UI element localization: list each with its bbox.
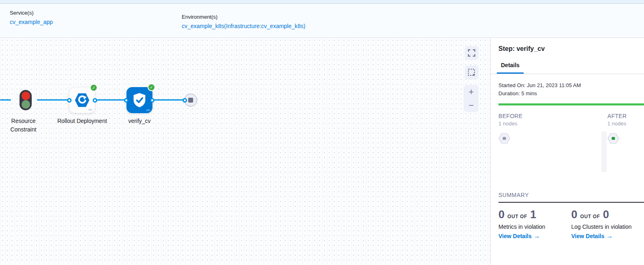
panel-body: Started On: Jun 21, 2023 11:05 AM Durati… [491,81,644,98]
after-column: AFTER 1 nodes [607,113,627,145]
stop-icon [188,98,193,103]
environments-label: Environment(s) [182,13,305,21]
node-label-rollout-deployment: Rollout Deployment [56,117,109,125]
zoom-out-button[interactable]: − [469,101,474,110]
main-area: Resource Constraint ✓ </> Rollout Deploy… [0,38,644,265]
arrow-right-icon: → [533,233,540,239]
environment-link[interactable]: cv_example_k8s(Infrastructure:cv_example… [182,22,305,31]
before-node-hexagon-icon[interactable] [498,133,522,145]
before-label: BEFORE [498,113,522,119]
before-after-divider[interactable] [601,131,607,172]
zoom-in-button[interactable]: + [469,88,474,96]
port-rollout-in[interactable] [67,98,72,103]
summary-divider [498,202,644,203]
before-after-comparison: BEFORE 1 nodes AFTER 1 nodes [498,113,644,191]
environments-block: Environment(s) cv_example_k8s(Infrastruc… [182,13,305,31]
after-node-hexagon-icon[interactable] [607,133,627,145]
after-label: AFTER [607,113,627,119]
arrow-right-icon: → [606,233,613,239]
metrics-total-value: 1 [530,209,536,220]
duration-text: Duration: 5 mins [498,90,644,98]
fullscreen-button[interactable] [465,46,479,60]
rollout-deployment-node[interactable]: ✓ </> [69,87,95,113]
step-panel-title: Step: verify_cv [498,45,644,53]
port-rollout-out[interactable] [93,98,97,103]
success-badge-icon: ✓ [90,84,98,92]
logs-total-value: 0 [603,209,609,220]
port-verify-in[interactable] [124,98,128,103]
code-icon: </> [146,108,150,112]
logs-violation-value: 0 [571,209,577,220]
logs-out-of-label: OUT OF [580,214,600,219]
success-badge-icon: ✓ [148,83,155,91]
verify-cv-node[interactable]: ✓ </> [126,87,152,113]
zoom-controls: + − [464,85,479,112]
resource-constraint-node[interactable] [20,90,32,110]
edge-verify-to-end [152,99,185,101]
summary-label: SUMMARY [498,192,644,198]
pipeline-canvas[interactable]: Resource Constraint ✓ </> Rollout Deploy… [0,38,490,265]
panel-tab-bar: Details [491,61,644,74]
metrics-violation-value: 0 [498,209,505,220]
shield-check-icon [131,92,148,108]
port-end-in[interactable] [183,98,187,103]
traffic-light-green-icon [22,100,30,109]
node-label-resource-constraint: Resource Constraint [0,117,47,134]
edge-incoming [0,99,11,101]
code-icon: </> [88,108,92,112]
metrics-out-of-label: OUT OF [507,214,527,219]
logs-view-details-link[interactable]: View Details → [571,233,644,239]
k8s-rollout-icon [74,92,90,108]
metrics-view-details-link[interactable]: View Details → [498,233,571,239]
port-verify-out[interactable] [150,98,154,103]
log-clusters-violation-stat: 0 OUT OF 0 Log Clusters in violation Vie… [571,209,644,239]
step-details-panel: Step: verify_cv Details Started On: Jun … [490,38,644,265]
edge-rollout-to-verify [95,99,126,101]
node-label-verify-cv: verify_cv [113,117,166,125]
fullscreen-icon [468,49,475,57]
logs-violation-caption: Log Clusters in violation [571,223,644,230]
services-block: Service(s) cv_example_app [10,9,53,26]
violation-stats: 0 OUT OF 1 Metrics in violation View Det… [498,209,644,239]
edge-constraint-to-rollout [37,99,69,101]
before-column: BEFORE 1 nodes [498,113,522,145]
tab-details[interactable]: Details [497,62,524,74]
execution-header: Service(s) cv_example_app Environment(s)… [0,4,644,38]
traffic-light-red-icon [22,92,30,100]
after-node-count: 1 nodes [607,120,627,127]
services-label: Service(s) [10,9,53,17]
before-node-count: 1 nodes [498,120,522,127]
metrics-violation-caption: Metrics in violation [498,223,571,230]
service-link[interactable]: cv_example_app [10,18,53,26]
marquee-select-button[interactable] [465,66,479,79]
browser-top-strip [0,0,644,4]
started-on-text: Started On: Jun 21, 2023 11:05 AM [498,81,644,90]
metrics-violation-stat: 0 OUT OF 1 Metrics in violation View Det… [498,209,571,239]
verification-progress-bar [498,103,644,105]
marquee-select-icon [468,68,476,77]
